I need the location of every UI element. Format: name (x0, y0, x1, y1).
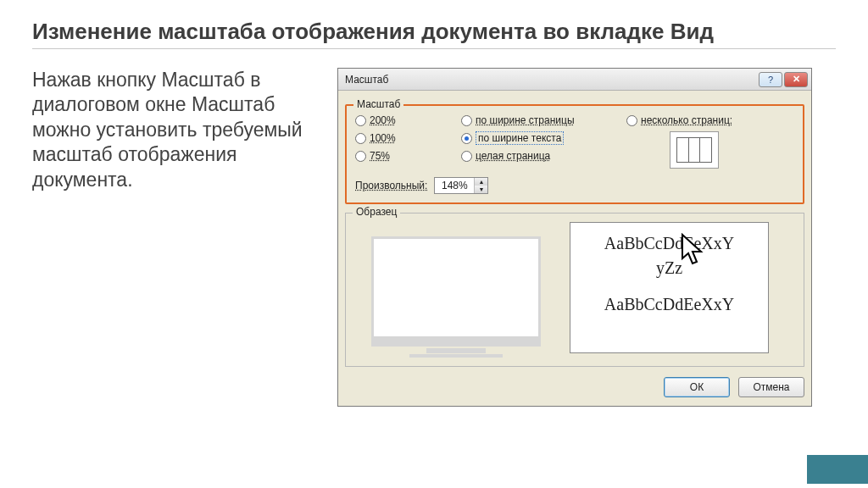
sample-line: AaBbCcDdEeXxY (577, 231, 761, 256)
radio-75[interactable]: 75% (355, 150, 461, 162)
radio-label: по ширине страницы (476, 114, 575, 126)
ok-button[interactable]: ОК (664, 377, 730, 397)
sample-groupbox: Образец AaBbCcDdEeXxY yZz (345, 213, 804, 367)
spinner-down-icon[interactable]: ▼ (474, 186, 487, 193)
monitor-base (409, 354, 503, 358)
title-divider (32, 48, 836, 49)
scale-group-legend: Масштаб (353, 98, 403, 110)
custom-scale-row: Произвольный: 148% ▲ ▼ (355, 177, 794, 194)
dialog-footer: ОК Отмена (345, 367, 804, 397)
sample-line: AaBbCcDdEeXxY (577, 292, 761, 317)
custom-scale-label: Произвольный: (355, 180, 427, 191)
sample-text-preview: AaBbCcDdEeXxY yZz AaBbCcDdEeXxY (570, 222, 769, 353)
sample-group-legend: Образец (353, 206, 400, 218)
radio-indicator (461, 115, 472, 126)
slide: Изменение масштаба отображения документа… (0, 0, 868, 488)
many-pages-preview[interactable] (670, 131, 719, 169)
radio-indicator (355, 115, 366, 126)
dialog-titlebar: Масштаб ? ✕ (338, 69, 811, 91)
content-row: Нажав кнопку Масштаб в диалоговом окне М… (32, 68, 836, 407)
spinner-up-icon[interactable]: ▲ (474, 178, 487, 186)
monitor-stand (426, 348, 486, 353)
scale-radio-grid: 200% по ширине страницы несколько страни… (355, 114, 794, 169)
pages-icon (676, 137, 712, 163)
sample-area: AaBbCcDdEeXxY yZz AaBbCcDdEeXxY (354, 222, 795, 358)
radio-indicator (626, 115, 637, 126)
monitor-icon (371, 236, 541, 347)
dialog-body: Масштаб 200% по ширине страницы (338, 91, 811, 406)
radio-page-width[interactable]: по ширине страницы (461, 114, 626, 126)
radio-label: 200% (370, 114, 396, 126)
custom-scale-spinner[interactable]: 148% ▲ ▼ (434, 177, 488, 194)
radio-label: 75% (370, 150, 390, 162)
dialog-title: Масштаб (345, 74, 757, 86)
sample-monitor (354, 222, 558, 358)
radio-many-pages[interactable]: несколько страниц: (626, 114, 762, 126)
slide-title: Изменение масштаба отображения документа… (32, 19, 836, 45)
radio-indicator (355, 151, 366, 162)
spinner-buttons[interactable]: ▲ ▼ (474, 178, 487, 193)
radio-indicator (461, 151, 472, 162)
zoom-dialog: Масштаб ? ✕ Масштаб 200% (337, 68, 812, 407)
slide-description: Нажав кнопку Масштаб в диалоговом окне М… (32, 68, 312, 407)
help-button[interactable]: ? (759, 72, 782, 87)
radio-text-width[interactable]: по ширине текста (461, 131, 626, 145)
sample-line: yZz (577, 256, 761, 280)
scale-groupbox: Масштаб 200% по ширине страницы (345, 104, 804, 204)
slide-corner-accent (807, 455, 868, 484)
radio-label: целая страница (476, 150, 550, 162)
cancel-button[interactable]: Отмена (738, 377, 804, 397)
custom-scale-value: 148% (435, 178, 474, 193)
radio-100[interactable]: 100% (355, 132, 461, 144)
radio-label: несколько страниц: (641, 114, 732, 126)
radio-200[interactable]: 200% (355, 114, 461, 126)
radio-label: по ширине текста (476, 131, 564, 145)
close-button[interactable]: ✕ (784, 72, 808, 87)
radio-indicator (355, 133, 366, 144)
dialog-screenshot: Масштаб ? ✕ Масштаб 200% (337, 68, 812, 407)
radio-whole-page[interactable]: целая страница (461, 150, 626, 162)
radio-label: 100% (370, 132, 396, 144)
radio-indicator (461, 133, 472, 144)
sample-spacer (577, 280, 761, 292)
